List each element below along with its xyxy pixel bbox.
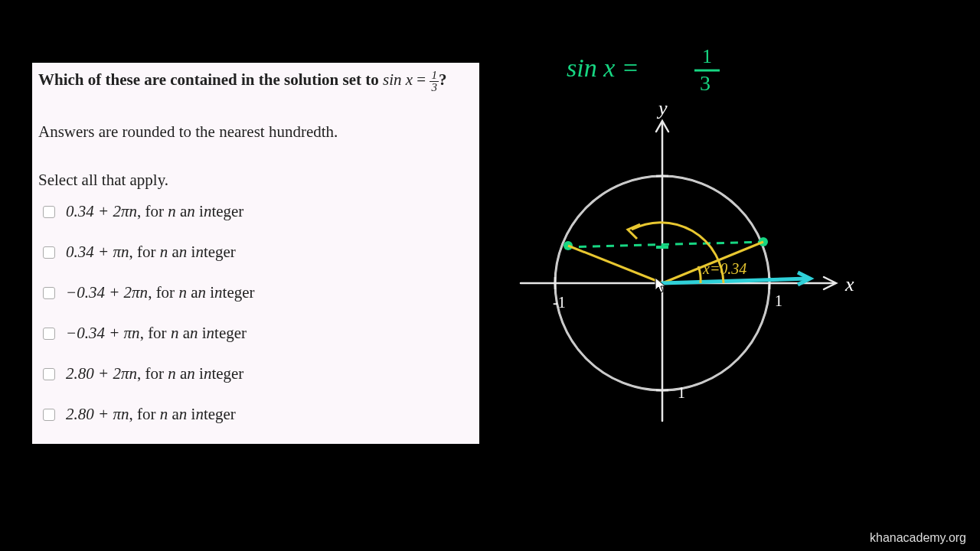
prompt-suffix: ? — [439, 70, 447, 89]
checkbox[interactable] — [43, 246, 55, 259]
eq-var: x — [406, 70, 413, 89]
eq-sin: sin — [383, 70, 402, 89]
answer-option[interactable]: −0.34 + 2πn, for n an integer — [38, 283, 473, 302]
answer-label: −0.34 + 2πn, for n an integer — [66, 283, 255, 302]
prompt-prefix: Which of these are contained in the solu… — [38, 70, 383, 89]
answer-option[interactable]: 2.80 + 2πn, for n an integer — [38, 364, 473, 383]
frac-den: 3 — [430, 82, 439, 93]
question-prompt: Which of these are contained in the solu… — [38, 69, 473, 93]
checkbox[interactable] — [43, 328, 55, 340]
answer-list: 0.34 + 2πn, for n an integer 0.34 + πn, … — [38, 202, 473, 424]
rounding-note: Answers are rounded to the nearest hundr… — [38, 122, 473, 142]
svg-text:1: 1 — [678, 384, 685, 401]
board-equation: sin x = — [567, 54, 639, 82]
frac-num: 1 — [430, 70, 439, 82]
y-axis-label: y — [656, 97, 668, 119]
eq-eq: = — [413, 70, 430, 89]
checkbox[interactable] — [43, 206, 55, 218]
answer-label: 2.80 + 2πn, for n an integer — [66, 364, 243, 383]
blackboard-diagram: sin x = 1 3 y x -1 1 1 x=0.34 — [505, 38, 873, 452]
x-axis-label: x — [844, 273, 854, 295]
watermark: khanacademy.org — [870, 531, 966, 545]
mouse-cursor-icon — [655, 277, 668, 294]
answer-option[interactable]: 0.34 + 2πn, for n an integer — [38, 202, 473, 221]
answer-label: 2.80 + πn, for n an integer — [66, 405, 236, 424]
fraction: 13 — [430, 70, 439, 93]
select-instruction: Select all that apply. — [38, 171, 473, 190]
svg-line-15 — [568, 246, 662, 283]
answer-option[interactable]: −0.34 + πn, for n an integer — [38, 324, 473, 343]
answer-option[interactable]: 0.34 + πn, for n an integer — [38, 243, 473, 262]
board-frac-den: 3 — [700, 71, 710, 95]
checkbox[interactable] — [43, 287, 55, 299]
pos-one-label: 1 — [775, 292, 782, 309]
question-panel: Which of these are contained in the solu… — [32, 63, 479, 444]
answer-label: −0.34 + πn, for n an integer — [66, 324, 247, 343]
checkbox[interactable] — [43, 368, 55, 380]
neg-one-label: -1 — [553, 294, 566, 311]
answer-label: 0.34 + 2πn, for n an integer — [66, 202, 243, 221]
answer-label: 0.34 + πn, for n an integer — [66, 243, 236, 262]
angle-label: x=0.34 — [702, 260, 746, 277]
answer-option[interactable]: 2.80 + πn, for n an integer — [38, 405, 473, 424]
board-frac-num: 1 — [702, 45, 712, 67]
checkbox[interactable] — [43, 409, 55, 421]
